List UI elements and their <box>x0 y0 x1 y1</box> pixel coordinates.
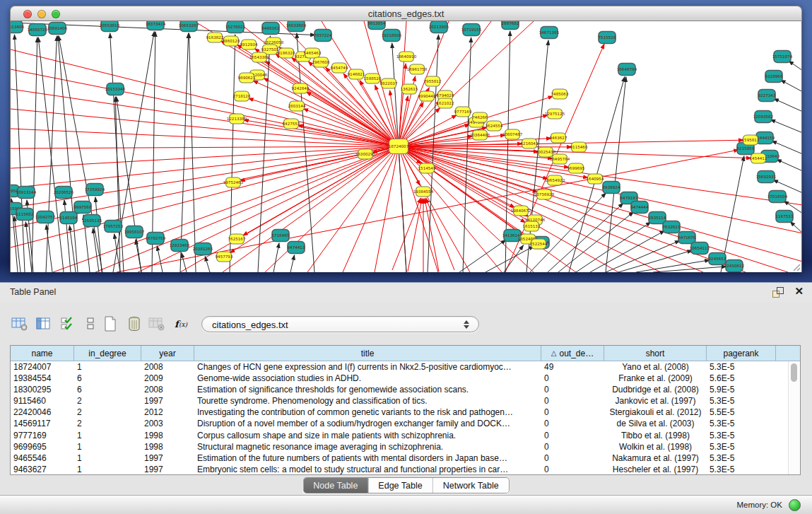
cell-year[interactable]: 1997 <box>141 464 194 475</box>
cell-pagerank[interactable]: 5.9E-5 <box>707 384 776 395</box>
network-node[interactable]: 7632621 <box>663 221 681 233</box>
network-node[interactable]: 16033809 <box>286 21 307 32</box>
black-edge[interactable] <box>189 33 196 272</box>
network-node[interactable]: 17957253 <box>103 221 124 233</box>
network-node[interactable]: 9463627 <box>550 133 567 143</box>
column-header-name[interactable]: name <box>11 346 74 361</box>
cell-short[interactable]: Hescheler et al. (1997) <box>604 464 707 475</box>
network-node[interactable]: 16782759 <box>146 233 166 245</box>
column-header-out_de[interactable]: △out_de… <box>541 346 604 361</box>
column-header-short[interactable]: short <box>604 346 707 361</box>
network-node[interactable]: 9457793 <box>216 252 233 262</box>
network-node[interactable]: 1115682 <box>16 209 34 221</box>
black-edge[interactable] <box>14 35 25 272</box>
network-node[interactable]: 2887682 <box>502 21 519 30</box>
network-node[interactable]: 2967608 <box>312 57 330 67</box>
tab-network-table[interactable]: Network Table <box>433 478 509 493</box>
cell-in_degree[interactable]: 1 <box>74 430 141 441</box>
network-node[interactable]: 8186328 <box>278 48 295 58</box>
black-edge[interactable] <box>459 240 506 272</box>
black-edge[interactable] <box>273 243 279 272</box>
select-columns-icon[interactable] <box>58 315 78 333</box>
black-edge[interactable] <box>576 222 651 272</box>
network-node[interactable]: 3624554 <box>486 121 503 131</box>
network-node[interactable]: 8938924 <box>603 182 620 194</box>
cell-name[interactable]: 19384554 <box>11 373 74 384</box>
black-edge[interactable] <box>182 253 187 272</box>
network-node[interactable]: 9699695 <box>567 163 585 173</box>
network-node[interactable]: 9890621 <box>238 73 256 83</box>
column-header-year[interactable]: year <box>141 346 194 361</box>
network-node[interactable]: 10756928 <box>534 189 555 199</box>
table-settings-icon[interactable] <box>10 315 30 333</box>
red-edge[interactable] <box>265 146 399 272</box>
cell-pagerank[interactable]: 5.3E-5 <box>707 395 776 407</box>
table-scrollbar[interactable] <box>788 361 799 474</box>
cell-year[interactable]: 1998 <box>141 430 194 441</box>
black-edge[interactable] <box>93 228 99 272</box>
network-node[interactable]: 9777169 <box>454 107 472 117</box>
network-node[interactable]: 9146821 <box>348 69 365 79</box>
cell-name[interactable]: 9777169 <box>11 430 74 441</box>
network-node[interactable]: 1621022 <box>437 98 454 108</box>
cell-pagerank[interactable]: 5.3E-5 <box>707 452 776 464</box>
cell-out_de[interactable]: 0 <box>541 395 604 407</box>
network-node[interactable]: 8990448 <box>418 91 436 101</box>
black-edge[interactable] <box>530 193 606 272</box>
cell-in_degree[interactable]: 2 <box>74 395 141 407</box>
cell-in_degree[interactable]: 2 <box>74 407 141 418</box>
network-node[interactable]: 1640954 <box>587 174 604 184</box>
cell-pagerank[interactable]: 5.6E-5 <box>707 373 776 384</box>
network-node[interactable]: 2718126 <box>233 91 251 101</box>
network-node[interactable]: 20381265 <box>193 243 213 255</box>
network-node[interactable]: 1454412 <box>750 153 767 163</box>
network-node[interactable]: 12505135 <box>82 215 102 227</box>
cell-title[interactable]: Structural magnetic resonance image aver… <box>194 441 541 452</box>
network-node[interactable]: 1167533 <box>776 211 794 223</box>
red-edge[interactable] <box>243 146 399 235</box>
table-row[interactable]: 946362711997Embryonic stem cells: a mode… <box>11 464 800 475</box>
black-edge[interactable] <box>64 200 71 272</box>
cell-year[interactable]: 1997 <box>141 452 194 464</box>
table-row[interactable]: 2242004622012Investigating the contribut… <box>11 407 800 418</box>
cell-out_de[interactable]: 0 <box>541 373 604 384</box>
network-node[interactable]: 19218506 <box>382 30 402 42</box>
cell-in_degree[interactable]: 2 <box>74 418 141 429</box>
red-edge[interactable] <box>230 146 399 253</box>
cell-short[interactable]: Nakamura et al. (1997) <box>604 452 707 464</box>
cell-out_de[interactable]: 0 <box>541 464 604 475</box>
network-node[interactable]: 7857224 <box>314 30 332 42</box>
network-node[interactable]: 16648784 <box>617 64 637 76</box>
network-node[interactable]: 9242848 <box>292 83 310 93</box>
network-node[interactable]: 1595812 <box>742 135 760 145</box>
network-node[interactable]: 18913144 <box>16 187 37 199</box>
cell-in_degree[interactable]: 1 <box>74 452 141 464</box>
window-titlebar[interactable]: citations_edges.txt <box>10 6 802 21</box>
cell-out_de[interactable]: 49 <box>541 361 604 373</box>
network-node[interactable]: 8427552 <box>283 119 300 129</box>
cell-name[interactable]: 14569117 <box>11 418 74 429</box>
cell-out_de[interactable]: 0 <box>541 384 604 395</box>
cell-pagerank[interactable]: 5.3E-5 <box>707 430 776 441</box>
show-columns-icon[interactable] <box>34 315 54 333</box>
network-node[interactable]: 5465463 <box>304 48 322 58</box>
network-node[interactable]: 9474413 <box>288 242 305 254</box>
cell-short[interactable]: Jankovic et al. (1997) <box>604 395 707 407</box>
table-row[interactable]: 1456911722003Disruption of a novel membe… <box>11 418 800 429</box>
cell-pagerank[interactable]: 5.3E-5 <box>707 441 776 452</box>
network-node[interactable]: 7625167 <box>228 234 246 244</box>
network-node[interactable]: 17359924 <box>85 184 105 196</box>
network-node[interactable]: 17016504 <box>767 191 788 203</box>
network-node[interactable]: 12923468 <box>170 240 190 252</box>
black-edge[interactable] <box>606 240 680 272</box>
table-row[interactable]: 1830029562008Estimation of significance … <box>11 384 800 395</box>
network-node[interactable]: 20213905 <box>429 21 449 33</box>
cell-in_degree[interactable]: 1 <box>74 441 141 452</box>
network-node[interactable]: 9227343 <box>758 90 776 102</box>
cell-title[interactable]: Investigating the contribution of common… <box>194 407 541 418</box>
cell-out_de[interactable]: 0 <box>541 407 604 418</box>
cell-title[interactable]: Estimation of the future numbers of pati… <box>194 452 541 464</box>
table-scrollbar-thumb[interactable] <box>791 363 797 382</box>
table-row[interactable]: 977716911998Corpus callosum shape and si… <box>11 430 800 441</box>
network-node[interactable]: 19752463 <box>223 177 244 187</box>
